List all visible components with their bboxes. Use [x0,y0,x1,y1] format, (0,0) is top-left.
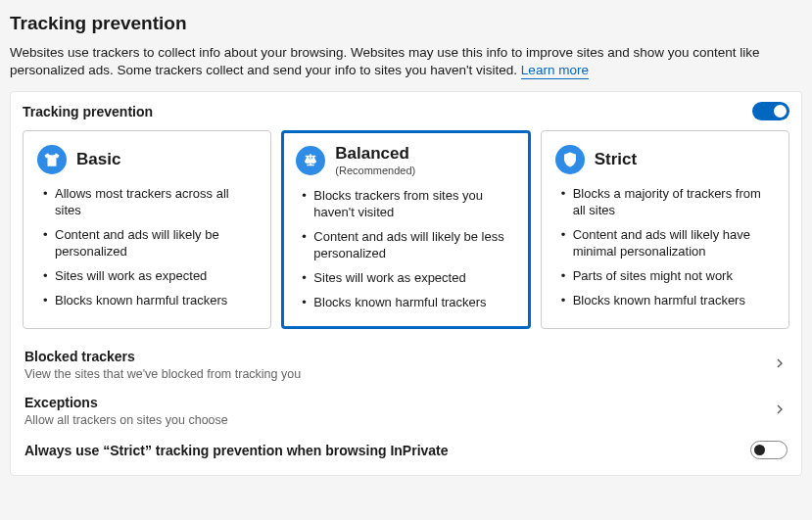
bullet: Blocks trackers from sites you haven't v… [300,188,515,221]
level-card-balanced[interactable]: Balanced (Recommended) Blocks trackers f… [281,130,530,329]
card-bullets: Blocks a majority of trackers from all s… [555,186,775,308]
level-card-basic[interactable]: Basic Allows most trackers across all si… [23,130,271,329]
bullet: Content and ads will likely have minimal… [559,227,775,260]
bullet: Blocks known harmful trackers [300,295,515,311]
page-description-text: Websites use trackers to collect info ab… [10,45,760,77]
bullet: Allows most trackers across all sites [41,186,257,219]
page-title: Tracking prevention [10,13,802,34]
chevron-right-icon [772,355,788,374]
card-head: Basic [37,145,257,174]
bullet: Parts of sites might not work [559,268,775,285]
blocked-trackers-row[interactable]: Blocked trackers View the sites that we'… [23,339,789,385]
level-card-strict[interactable]: Strict Blocks a majority of trackers fro… [541,130,789,329]
page-description: Websites use trackers to collect info ab… [10,44,802,79]
row-title: Blocked trackers [24,349,301,364]
tracking-prevention-toggle[interactable] [752,102,789,120]
panel-title: Tracking prevention [23,104,153,119]
card-recommended-label: (Recommended) [335,165,415,176]
card-title: Basic [76,151,120,169]
row-subtitle: Allow all trackers on sites you choose [24,413,228,427]
bullet: Sites will work as expected [300,270,515,287]
card-title: Balanced [335,145,415,164]
panel-header: Tracking prevention [23,102,789,120]
card-title: Strict [595,151,637,169]
exceptions-row[interactable]: Exceptions Allow all trackers on sites y… [23,385,789,431]
row-title: Always use “Strict” tracking prevention … [24,443,449,458]
bullet: Sites will work as expected [41,268,257,285]
card-bullets: Blocks trackers from sites you haven't v… [296,188,515,310]
card-head: Balanced (Recommended) [296,145,515,176]
card-bullets: Allows most trackers across all sites Co… [37,186,257,308]
inprivate-strict-row: Always use “Strict” tracking prevention … [23,431,789,463]
level-cards: Basic Allows most trackers across all si… [23,130,789,329]
scales-icon [296,146,325,175]
bullet: Content and ads will likely be personali… [41,227,257,260]
learn-more-link[interactable]: Learn more [521,63,589,79]
tracking-prevention-panel: Tracking prevention Basic Allows most tr… [10,91,802,476]
inprivate-strict-toggle[interactable] [750,441,788,459]
shirt-icon [37,145,67,174]
row-subtitle: View the sites that we've blocked from t… [24,367,301,381]
row-title: Exceptions [24,395,228,410]
bullet: Content and ads will likely be less pers… [300,229,515,262]
bullet: Blocks known harmful trackers [559,293,775,309]
bullet: Blocks a majority of trackers from all s… [559,186,775,219]
shield-icon [555,145,585,174]
chevron-right-icon [772,402,788,420]
card-head: Strict [555,145,775,174]
bullet: Blocks known harmful trackers [41,293,257,309]
